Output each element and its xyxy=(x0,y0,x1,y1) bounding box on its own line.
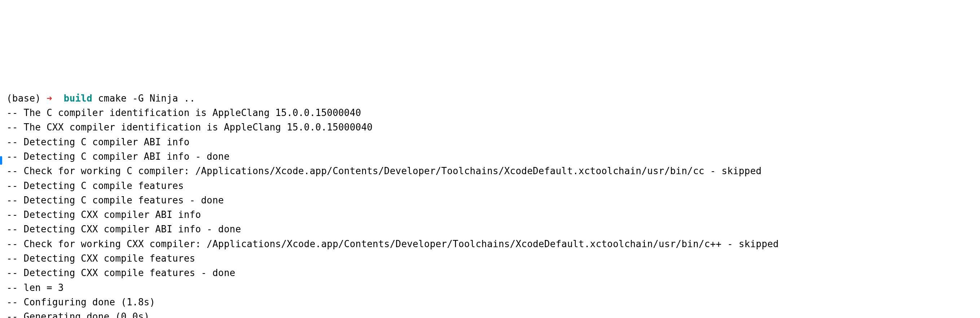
prompt-command: cmake -G Ninja .. xyxy=(98,93,196,104)
output-line: -- The CXX compiler identification is Ap… xyxy=(6,120,974,134)
output-line: -- Detecting C compile features - done xyxy=(6,193,974,208)
output-line: -- Generating done (0.0s) xyxy=(6,309,974,318)
output-line: -- Check for working CXX compiler: /Appl… xyxy=(6,237,974,251)
prompt-env: (base) xyxy=(6,93,41,104)
prompt-arrow-icon: ➜ xyxy=(46,93,52,104)
output-line: -- Detecting C compiler ABI info xyxy=(6,135,974,149)
selection-marker xyxy=(0,156,2,165)
output-line: -- len = 3 xyxy=(6,280,974,295)
output-line: -- Detecting C compiler ABI info - done xyxy=(6,149,974,164)
output-line: -- The C compiler identification is Appl… xyxy=(6,105,974,120)
prompt-directory: build xyxy=(64,93,92,104)
output-line: -- Detecting CXX compiler ABI info - don… xyxy=(6,222,974,237)
terminal-output[interactable]: (base) ➜ build cmake -G Ninja ..-- The C… xyxy=(6,91,974,318)
output-line: -- Detecting CXX compiler ABI info xyxy=(6,208,974,222)
output-line: -- Check for working C compiler: /Applic… xyxy=(6,164,974,178)
output-line: -- Detecting CXX compile features - done xyxy=(6,265,974,280)
output-line: -- Detecting CXX compile features xyxy=(6,251,974,265)
output-line: -- Configuring done (1.8s) xyxy=(6,295,974,309)
output-line: -- Detecting C compile features xyxy=(6,179,974,193)
prompt-line: (base) ➜ build cmake -G Ninja .. xyxy=(6,91,974,105)
